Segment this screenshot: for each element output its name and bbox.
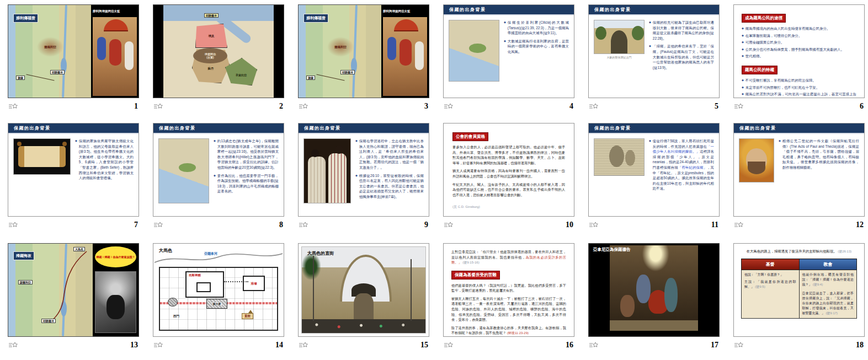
mountain-green-patch <box>179 163 196 172</box>
bullet-text: 相傳公元二世紀的一件文獻《保羅與帖克拉行傳》(The Acts of Paul … <box>782 138 859 170</box>
slide-18-thumbnail[interactable]: 在大馬色的路上，掃羅遇見了復活升天的主耶穌向他顯現。 (徒26:13) 基督 教… <box>733 243 865 337</box>
intro-citation: (徒9:15-16) <box>462 261 479 264</box>
animation-indicator-icon[interactable] <box>443 342 453 349</box>
animation-indicator-icon[interactable] <box>8 103 18 110</box>
bullet-marker: ◆ <box>742 33 744 39</box>
slide-number: 16 <box>566 341 574 350</box>
map-title-label: 腓利傳福音 <box>303 14 328 23</box>
slide-title: 保羅的出身背景 <box>589 5 719 15</box>
bullet-text: 約13歲左右(猶太成年之年)，保羅離開大數到耶路撒冷讀書，可能寄居在親戚家裡一起… <box>217 138 279 170</box>
slide-11-thumbnail[interactable]: 保羅的出身背景 ◆ 使徒行傳7:58說，眾人用石頭打死司提反的時候，作見證的人把… <box>588 123 720 217</box>
figure-shawl-right <box>328 153 347 203</box>
figure-head-right <box>335 146 343 154</box>
bullet-text: 要作為拉比，他也需要學習一門手藝，作為謀生技能。他學成織帳棚的手藝(徒18:3)… <box>217 173 279 194</box>
slide-meta: 4 <box>443 102 574 111</box>
bullet-text: 公民身分也可作為特殊獎賞，贈予對羅馬帝國有重大貢獻的人。 <box>745 47 844 52</box>
animation-indicator-icon[interactable] <box>588 222 598 229</box>
slide-15-thumbnail[interactable]: 大馬色的直街 <box>298 243 429 337</box>
standing-figure <box>664 278 678 312</box>
slide-number: 11 <box>711 221 720 229</box>
slide-17-thumbnail[interactable]: 亞拿尼亞為保羅禱告 <box>588 243 720 337</box>
paul-mosaic-portrait <box>739 138 774 182</box>
bullet-text: 未定罪前不可拘禁鞭打，也不可釘死在十字架。 <box>745 85 819 90</box>
caesarea-label: 該撒利亞 <box>18 280 33 284</box>
slide-6-thumbnail[interactable]: 成為羅馬公民的途徑 ◆羅馬帝國境內的自由人民出生時便享有羅馬公民身分。 ◆在軍隊… <box>733 4 865 98</box>
bullet-marker: ◆ <box>742 92 744 98</box>
animation-indicator-icon[interactable] <box>153 342 163 349</box>
slide-cell-7: 保羅的出身背景 ◆保羅的家族依舊嚴守猶太傳統文化和語言，他的父母親都是希伯來人(… <box>8 123 140 229</box>
speech-bubble: 掃羅！掃羅！你為什麼逼迫我？ <box>95 246 136 267</box>
figure-white <box>415 41 424 70</box>
figure-red <box>109 39 121 66</box>
mountain-green-patch <box>469 44 486 53</box>
israel-map-image: 掃羅悔改 大馬色 該撒利亞 耶路撒冷 <box>8 244 94 336</box>
dotted-path <box>224 281 248 282</box>
bullet-marker: ◆ <box>214 173 216 194</box>
intro-line: 在大馬色的路上，掃羅遇見了復活升天的主耶穌向他顯現。 (徒26:13) <box>741 249 858 254</box>
figure-red <box>400 39 412 66</box>
slide-cell-12: 保羅的出身背景 ◆相傳公元二世紀的一件文獻《保羅與帖克拉行傳》(The Acts… <box>733 123 866 229</box>
slide-body: ◆相傳公元二世紀的一件文獻《保羅與帖克拉行傳》(The Acts of Paul… <box>734 134 864 182</box>
animation-indicator-icon[interactable] <box>443 103 453 110</box>
animation-indicator-icon[interactable] <box>588 103 598 110</box>
ananias-painting <box>610 245 698 331</box>
animation-indicator-icon[interactable] <box>588 342 598 349</box>
animation-indicator-icon[interactable] <box>298 342 308 349</box>
slide-16-thumbnail[interactable]: 主對亞拿尼亞說：「你只管去！他是我所揀選的器皿，要在外邦人和君王，並以色列人面前… <box>443 243 574 337</box>
church-quote-1: 他就仆倒在地，聽見有聲音對他說：「掃羅！掃羅！你為什麼逼迫我？」 (徒9:4) <box>802 272 854 288</box>
slide-7-thumbnail[interactable]: 保羅的出身背景 ◆保羅的家族依舊嚴守猶太傳統文化和語言，他的父母親都是希伯來人(… <box>8 123 139 217</box>
umbrella-shape <box>104 19 128 31</box>
torah-scroll-photo <box>13 138 71 175</box>
citation: (見 C.D. Ginsburg) <box>452 205 480 208</box>
table-body-row: 他說：「主啊！你是誰？」 主說：「我就是你所逼迫的耶穌。」 (徒9:5) 他就仆… <box>742 270 857 319</box>
slide-9-thumbnail[interactable]: 保羅的出身背景 ◆保羅在學習過程中，立志在猶太教中比本族人更熱心和嚴謹，謹守遺傳… <box>298 123 429 217</box>
bullet-marker: ◆ <box>742 26 744 31</box>
column-header-christ: 基督 <box>742 259 800 270</box>
painting-floor <box>610 320 698 331</box>
slide-5-thumbnail[interactable]: 保羅的出身背景 大數的聖保羅紀念門 ◆保羅的祖先可能為了謀生由巴勒斯坦遷移到大數… <box>588 4 720 98</box>
animation-indicator-icon[interactable] <box>153 103 163 110</box>
map-title-label: 掃羅悔改 <box>13 251 34 260</box>
animation-indicator-icon[interactable] <box>733 103 743 110</box>
slide-8-thumbnail[interactable]: 保羅的出身背景 ◆約13歲左右(猶太成年之年)，保羅離開大數到耶路撒冷讀書，可能… <box>153 123 284 217</box>
slide-13-thumbnail[interactable]: 掃羅悔改 大馬色 該撒利亞 耶路撒冷 掃羅！掃羅！你為什麼逼迫我？ <box>8 243 139 337</box>
animation-indicator-icon[interactable] <box>8 342 18 349</box>
ethiopia-region: 衣索比亞 <box>225 58 257 85</box>
slide-3-thumbnail[interactable]: 腓利傳福音 撒瑪利亞 迦薩 耶路撒冷 腓利與埃提阿伯太監 <box>298 4 429 98</box>
bullet-text-area: ◆保羅生於基利家(Cilicia)的大數城(Tarsus)(徒21:39, 22… <box>504 20 569 82</box>
slide-10-thumbnail[interactable]: 公會的會員資格 要參加入公會的人，必須是品德和聲望上都可取的。他必須是中年、個子… <box>443 123 574 217</box>
slide-number: 14 <box>275 341 284 350</box>
river-line <box>153 250 284 266</box>
egypt-region: 埃及 <box>195 24 227 48</box>
photo-caption: 大數的聖保羅紀念門 <box>594 56 645 59</box>
right-panel: 腓利與埃提阿伯太監 <box>381 5 429 98</box>
bullet-marker: ◆ <box>75 138 77 181</box>
animation-indicator-icon[interactable] <box>733 342 743 349</box>
slide-number: 4 <box>569 102 574 111</box>
animation-indicator-icon[interactable] <box>443 222 453 229</box>
bullet-seg1: 使徒行傳7:58說，眾人用石頭打死司提反的時候，作見證的人把衣裳放在 <box>653 139 714 148</box>
animation-indicator-icon[interactable] <box>298 222 308 229</box>
slide-12-thumbnail[interactable]: 保羅的出身背景 ◆相傳公元二世紀的一件文獻《保羅與帖克拉行傳》(The Acts… <box>733 123 865 217</box>
slide-2-thumbnail[interactable]: 耶路撒冷 埃及 蘇丹 埃提阿伯 (古實) 衣索比亞 <box>153 4 284 98</box>
slide-body: 主對亞拿尼亞說：「你只管去！他是我所揀選的器皿，要在外邦人和君王，並以色列人面前… <box>444 244 574 336</box>
damascus-city-map-drawing: 亞罷拿河 丟斯神殿 浴場 猶大家 直街 西門 <box>153 244 284 336</box>
slide-cell-11: 保羅的出身背景 ◆ 使徒行傳7:58說，眾人用石頭打死司提反的時候，作見證的人把… <box>588 123 721 229</box>
gaza-label: 迦薩 <box>16 76 25 80</box>
slide-4-thumbnail[interactable]: 保羅的出身背景 ◆保羅生於基利家(Cilicia)的大數城(Tarsus)(徒2… <box>443 4 574 98</box>
slide-14-thumbnail[interactable]: 大馬色 亞罷拿河 丟斯神殿 浴場 猶大家 直街 西門 <box>153 243 284 337</box>
slide-1-thumbnail[interactable]: 腓利傳福音 撒瑪利亞 迦薩 耶路撒冷 腓利與埃提阿伯太監 <box>8 4 139 98</box>
africa-map-image: 耶路撒冷 埃及 蘇丹 埃提阿伯 (古實) 衣索比亞 <box>163 5 274 98</box>
slide-meta: 12 <box>733 221 865 229</box>
animation-indicator-icon[interactable] <box>8 222 18 229</box>
bullet-text-area: ◆相傳公元二世紀的一件文獻《保羅與帖克拉行傳》(The Acts of Paul… <box>779 138 859 182</box>
animation-indicator-icon[interactable] <box>298 103 308 110</box>
animation-indicator-icon[interactable] <box>153 222 163 229</box>
engraving-figure <box>609 146 624 168</box>
gate-label: 西門 <box>173 314 179 318</box>
slide-meta: 17 <box>588 341 720 350</box>
slide-number: 9 <box>424 221 429 229</box>
slide-body: 成為羅馬公民的途徑 ◆羅馬帝國境內的自由人民出生時便享有羅馬公民身分。 ◆在軍隊… <box>734 5 864 98</box>
slide-meta: 10 <box>443 221 574 229</box>
animation-indicator-icon[interactable] <box>733 222 743 229</box>
